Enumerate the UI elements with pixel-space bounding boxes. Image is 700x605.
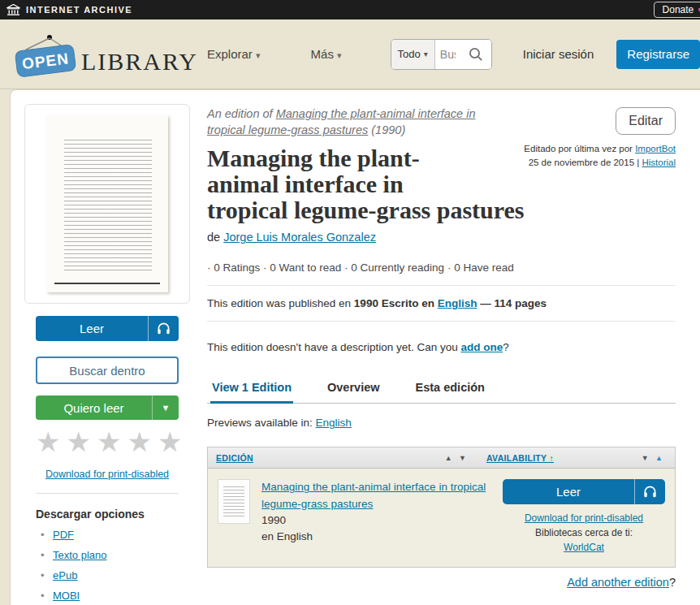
edition-actions: Leer xyxy=(503,479,665,554)
sort-up-active-icon[interactable]: ▲ xyxy=(655,454,665,462)
download-options-list: PDF Texto plano ePub MOBI DAISY xyxy=(36,529,179,605)
libraries-near-label: Bibliotecas cerca de ti: xyxy=(503,527,665,538)
search-icon xyxy=(468,46,484,63)
previews-available: Previews available in: English xyxy=(207,417,676,429)
publish-info: This edition was published en 1990 Escri… xyxy=(207,297,676,309)
edition-title-link[interactable]: Managing the plant-animal interface in t… xyxy=(261,479,503,512)
worldcat-link[interactable]: WorldCat xyxy=(564,542,604,553)
search-inside-button[interactable]: Buscar dentro xyxy=(36,357,179,384)
list-item: ePub xyxy=(36,569,179,581)
divider xyxy=(207,285,676,286)
print-disabled-download-link[interactable]: Download for print-disabled xyxy=(503,512,665,524)
open-library-logo[interactable]: OPEN LIBRARY xyxy=(11,32,170,77)
internet-archive-wordmark[interactable]: INTERNET ARCHIVE xyxy=(26,5,132,15)
tab-this-edition[interactable]: Esta edición xyxy=(414,376,486,403)
read-button[interactable]: Leer xyxy=(503,479,665,504)
scanned-text-lines xyxy=(223,486,244,516)
add-another-edition-link[interactable]: Add another edition xyxy=(567,576,669,589)
tab-bar: View 1 Edition Overview Esta edición xyxy=(207,376,676,404)
nav-explore-dropdown[interactable]: Explorar ▾ xyxy=(207,47,261,61)
download-pdf-link[interactable]: PDF xyxy=(53,529,74,541)
edition-language: en English xyxy=(261,530,313,542)
editions-table: EDICIÓN ▲ ▼ AVAILABILITY ↑ ▼ ▲ Managing … xyxy=(207,447,676,568)
star-icon[interactable]: ★ xyxy=(158,426,188,457)
byline: de Jorge Luis Morales Gonzalez xyxy=(207,231,676,244)
search-submit[interactable] xyxy=(460,40,491,69)
list-item: PDF xyxy=(36,529,179,541)
internet-archive-logo-icon[interactable] xyxy=(6,4,20,16)
table-row: Managing the plant-animal interface in t… xyxy=(208,469,675,567)
donate-button[interactable]: Donate ♥ xyxy=(654,2,700,18)
preview-language-link[interactable]: English xyxy=(316,417,352,429)
chevron-down-icon: ▾ xyxy=(256,50,261,60)
edition-sort-arrows[interactable]: ▲ ▼ xyxy=(445,454,469,462)
tab-view-editions[interactable]: View 1 Edition xyxy=(210,376,293,404)
library-wordmark: LIBRARY xyxy=(81,50,198,77)
list-item: Texto plano xyxy=(36,549,179,561)
search-bar: Todo ▾ xyxy=(391,39,492,70)
history-link[interactable]: Historial xyxy=(642,158,676,167)
star-icon[interactable]: ★ xyxy=(127,426,157,457)
reading-stats: · 0 Ratings · 0 Want to read · 0 Current… xyxy=(207,261,676,274)
edition-year: 1990 xyxy=(261,514,286,526)
edition-info: Managing the plant-animal interface in t… xyxy=(250,479,503,554)
listen-button[interactable] xyxy=(635,479,665,504)
sidebar-actions: Leer Buscar dentro Qui xyxy=(24,316,190,605)
download-options-heading: Descargar opciones xyxy=(36,508,179,521)
star-icon[interactable]: ★ xyxy=(36,426,66,457)
open-library-header: OPEN LIBRARY Explorar ▾ Más ▾ Todo ▾ Ini… xyxy=(0,19,700,89)
availability-sort-arrows[interactable]: ▼ ▲ xyxy=(642,454,665,462)
chevron-down-icon: ▾ xyxy=(424,50,428,58)
search-scope-select[interactable]: Todo ▾ xyxy=(391,40,435,69)
download-epub-link[interactable]: ePub xyxy=(53,569,77,581)
download-plaintext-link[interactable]: Texto plano xyxy=(53,549,107,561)
headphones-icon xyxy=(643,486,657,498)
list-item: MOBI xyxy=(36,590,179,602)
last-edited-info: Editado por última vez por ImportBot 25 … xyxy=(487,142,676,169)
sign-in-link[interactable]: Iniciar sesión xyxy=(523,47,594,61)
book-cover-card[interactable] xyxy=(24,104,190,304)
open-badge-icon: OPEN xyxy=(11,32,78,77)
sort-down-icon[interactable]: ▼ xyxy=(642,454,651,462)
sort-by-availability-link[interactable]: AVAILABILITY ↑ xyxy=(486,453,554,463)
search-input[interactable] xyxy=(435,40,460,69)
sort-up-icon[interactable]: ▲ xyxy=(445,454,455,462)
chevron-down-icon: ▾ xyxy=(337,50,342,60)
edit-button[interactable]: Editar xyxy=(616,107,676,135)
star-icon[interactable]: ★ xyxy=(66,426,96,457)
tab-overview[interactable]: Overview xyxy=(326,376,382,403)
sort-down-icon[interactable]: ▼ xyxy=(459,454,469,462)
star-icon[interactable]: ★ xyxy=(97,426,127,457)
description-placeholder: This edition doesn't have a description … xyxy=(207,341,676,353)
page-background: Leer Buscar dentro Qui xyxy=(0,89,700,605)
availability-column-header: AVAILABILITY ↑ ▼ ▲ xyxy=(486,453,667,463)
book-sidebar: Leer Buscar dentro Qui xyxy=(24,104,190,605)
read-button[interactable]: Leer xyxy=(36,316,179,341)
internet-archive-topbar: INTERNET ARCHIVE Donate ♥ xyxy=(0,0,700,19)
sidebar-divider xyxy=(36,493,179,494)
add-description-link[interactable]: add one xyxy=(461,341,503,353)
edition-column-header: EDICIÓN ▲ ▼ xyxy=(216,453,486,463)
editor-link[interactable]: ImportBot xyxy=(635,144,676,153)
language-link[interactable]: English xyxy=(438,297,477,309)
nav-more-dropdown[interactable]: Más ▾ xyxy=(311,47,342,61)
download-mobi-link[interactable]: MOBI xyxy=(53,590,80,602)
editions-table-header: EDICIÓN ▲ ▼ AVAILABILITY ↑ ▼ ▲ xyxy=(208,447,675,469)
scanned-text-lines xyxy=(64,140,152,273)
print-disabled-download-link[interactable]: Download for print-disabled xyxy=(36,469,179,480)
want-to-read-dropdown[interactable]: ▼ xyxy=(153,395,179,420)
chevron-down-icon: ▼ xyxy=(162,403,171,413)
divider xyxy=(207,321,676,322)
book-cover-image xyxy=(46,115,168,292)
edition-thumbnail[interactable] xyxy=(218,479,250,524)
sort-by-edition-link[interactable]: EDICIÓN xyxy=(216,453,253,463)
content-card: Leer Buscar dentro Qui xyxy=(10,89,700,605)
headphones-icon xyxy=(157,322,171,335)
edit-meta-block: Editar Editado por última vez por Import… xyxy=(487,107,676,169)
author-link[interactable]: Jorge Luis Morales Gonzalez xyxy=(223,231,376,244)
want-to-read-button[interactable]: Quiero leer ▼ xyxy=(36,395,179,420)
book-main-panel: Editar Editado por última vez por Import… xyxy=(190,104,700,605)
register-button[interactable]: Registrarse xyxy=(616,40,700,69)
listen-button[interactable] xyxy=(149,316,179,341)
rating-stars[interactable]: ★★★★★ xyxy=(36,428,179,456)
